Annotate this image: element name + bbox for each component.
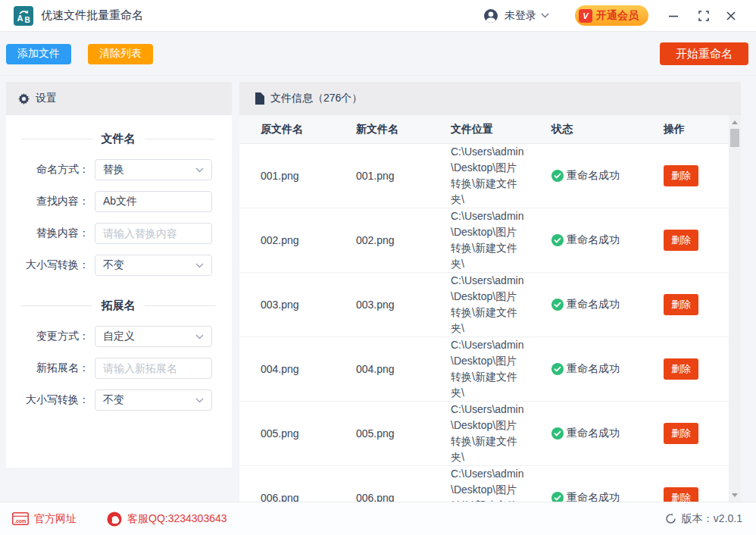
scroll-up-arrow[interactable] <box>729 117 741 127</box>
chevron-down-icon <box>195 263 204 268</box>
vip-badge-icon: V <box>579 9 592 23</box>
table-row: 006.png 006.png C:\Users\admin\Desktop\图… <box>239 466 741 502</box>
replace-content-input[interactable] <box>95 223 212 244</box>
col-status: 状态 <box>551 123 664 136</box>
naming-method-row: 命名方式： 替换 <box>15 159 221 180</box>
new-extension-input[interactable] <box>95 358 212 379</box>
add-files-button[interactable]: 添加文件 <box>6 44 71 64</box>
delete-button[interactable]: 删除 <box>664 230 698 251</box>
settings-header: 设置 <box>6 82 232 115</box>
delete-button[interactable]: 删除 <box>664 423 698 444</box>
file-location: C:\Users\admin\Desktop\图片转换\新建文件夹\ <box>451 144 526 208</box>
status-text: 重命名成功 <box>567 427 620 440</box>
original-name: 002.png <box>261 234 356 246</box>
table-row: 003.png 003.png C:\Users\admin\Desktop\图… <box>239 273 741 337</box>
status-cell: 重命名成功 <box>551 427 664 440</box>
original-name: 004.png <box>261 363 356 375</box>
svg-text:B: B <box>25 15 30 23</box>
replace-content-row: 替换内容： <box>15 223 221 244</box>
success-check-icon <box>551 170 564 182</box>
status-cell: 重命名成功 <box>551 233 664 247</box>
naming-method-value: 替换 <box>103 163 124 177</box>
minimize-button[interactable] <box>664 6 683 26</box>
ext-case-convert-value: 不变 <box>103 393 124 407</box>
find-content-label: 查找内容： <box>15 195 89 208</box>
settings-panel: 设置 文件名 命名方式： 替换 查找内容： 替换内容： <box>6 82 232 468</box>
find-content-input[interactable] <box>95 191 212 212</box>
app-logo-icon: A B <box>14 6 33 26</box>
status-cell: 重命名成功 <box>551 169 664 183</box>
delete-button[interactable]: 删除 <box>664 294 698 315</box>
maximize-button[interactable] <box>694 6 714 26</box>
status-text: 重命名成功 <box>567 298 620 311</box>
login-status-label: 未登录 <box>505 9 536 23</box>
app-title: 优速文件批量重命名 <box>41 8 143 23</box>
app-window: A B 优速文件批量重命名 未登录 <box>0 0 756 535</box>
file-location: C:\Users\admin\Desktop\图片转换\新建文件夹\ <box>451 402 526 465</box>
case-convert-row: 大小写转换： 不变 <box>15 255 221 276</box>
scrollbar-thumb[interactable] <box>730 129 739 147</box>
table-row: 005.png 005.png C:\Users\admin\Desktop\图… <box>239 402 741 466</box>
open-vip-label: 开通会员 <box>596 9 639 23</box>
login-menu[interactable]: 未登录 <box>483 8 549 23</box>
clear-list-button[interactable]: 清除列表 <box>88 44 153 64</box>
chevron-down-icon <box>195 398 204 403</box>
col-new-name: 新文件名 <box>356 123 451 136</box>
version-label: 版本：v2.0.1 <box>682 512 742 526</box>
status-cell: 重命名成功 <box>551 491 664 502</box>
naming-method-label: 命名方式： <box>15 163 89 177</box>
divider-line <box>21 139 92 139</box>
scroll-down-arrow[interactable] <box>729 490 741 500</box>
file-location: C:\Users\admin\Desktop\图片转换\新建文件夹\ <box>451 466 526 502</box>
customer-service-icon <box>107 512 122 527</box>
file-location: C:\Users\admin\Desktop\图片转换\新建文件夹\ <box>451 337 526 401</box>
original-name: 003.png <box>261 299 356 311</box>
settings-body: 文件名 命名方式： 替换 查找内容： 替换内容： 大小写转换： <box>6 115 232 411</box>
extension-section-label: 拓展名 <box>102 299 136 313</box>
vertical-scrollbar[interactable] <box>729 115 741 502</box>
change-method-value: 自定义 <box>103 330 135 343</box>
filename-section-label: 文件名 <box>102 132 136 146</box>
status-text: 重命名成功 <box>567 233 620 247</box>
toolbar: 添加文件 清除列表 开始重命名 <box>0 33 756 76</box>
document-icon <box>255 92 264 105</box>
success-check-icon <box>551 427 564 440</box>
close-button[interactable] <box>721 6 741 26</box>
success-check-icon <box>551 363 564 375</box>
table-row: 001.png 001.png C:\Users\admin\Desktop\图… <box>239 144 741 208</box>
divider-line <box>145 305 216 306</box>
table-row: 002.png 002.png C:\Users\admin\Desktop\图… <box>239 208 741 273</box>
case-convert-value: 不变 <box>103 258 124 272</box>
change-method-select[interactable]: 自定义 <box>95 326 212 347</box>
titlebar: A B 优速文件批量重命名 未登录 <box>0 0 756 32</box>
open-vip-button[interactable]: V 开通会员 <box>575 5 648 26</box>
success-check-icon <box>551 299 564 311</box>
start-rename-button[interactable]: 开始重命名 <box>660 42 748 65</box>
ext-case-convert-select[interactable]: 不变 <box>95 390 212 411</box>
new-name: 005.png <box>356 427 451 440</box>
chevron-down-icon <box>195 334 204 339</box>
replace-content-label: 替换内容： <box>15 227 89 240</box>
delete-button[interactable]: 删除 <box>664 358 698 380</box>
refresh-icon[interactable] <box>665 513 676 524</box>
case-convert-label: 大小写转换： <box>15 258 89 272</box>
svg-text:.com: .com <box>14 518 26 524</box>
naming-method-select[interactable]: 替换 <box>95 159 212 180</box>
file-info-header: 文件信息（276个） <box>239 82 741 115</box>
delete-button[interactable]: 删除 <box>664 487 698 502</box>
change-method-label: 变更方式： <box>15 330 89 343</box>
gear-icon <box>18 93 30 105</box>
delete-button[interactable]: 删除 <box>664 165 698 186</box>
success-check-icon <box>551 492 564 502</box>
official-website-link[interactable]: .com 官方网址 <box>12 512 77 526</box>
new-extension-row: 新拓展名： <box>15 358 221 379</box>
filename-section-title: 文件名 <box>21 127 215 150</box>
divider-line <box>21 305 92 306</box>
case-convert-select[interactable]: 不变 <box>95 255 212 276</box>
table-header-row: 原文件名 新文件名 文件位置 状态 操作 <box>239 115 741 144</box>
new-name: 001.png <box>356 170 451 182</box>
service-qq-link[interactable]: 客服QQ:3234303643 <box>107 512 227 527</box>
original-name: 005.png <box>261 427 356 440</box>
ext-case-convert-row: 大小写转换： 不变 <box>15 390 221 411</box>
col-location: 文件位置 <box>451 123 551 136</box>
